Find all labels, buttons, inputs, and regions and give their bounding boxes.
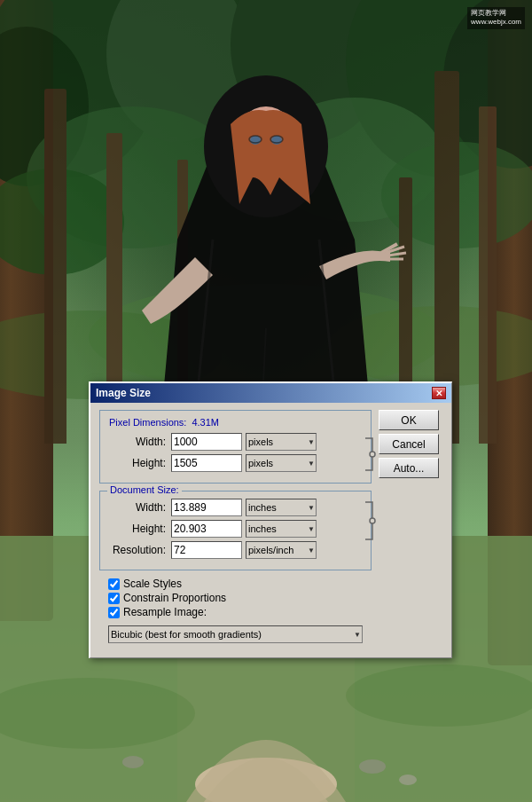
resample-row: Resample Image: — [108, 606, 363, 618]
svg-line-30 — [388, 253, 406, 256]
auto-button[interactable]: Auto... — [379, 458, 439, 478]
svg-point-23 — [359, 759, 386, 774]
doc-height-input[interactable] — [171, 520, 242, 538]
checkboxes-area: Scale Styles Constrain Proportions Resam… — [99, 578, 372, 618]
resolution-input[interactable] — [171, 541, 242, 559]
resample-label[interactable]: Resample Image: — [123, 606, 207, 618]
resample-select-wrapper: Nearest Neighbor Bilinear Bicubic (best … — [108, 625, 363, 643]
cancel-button[interactable]: Cancel — [379, 434, 439, 454]
resample-checkbox[interactable] — [108, 607, 120, 618]
dialog-title: Image Size — [96, 387, 151, 399]
doc-width-unit-select[interactable]: inches cm mm points picas percent — [246, 499, 317, 516]
doc-width-label: Width: — [109, 501, 171, 514]
close-button[interactable]: ✕ — [432, 387, 446, 399]
resolution-unit-wrapper: pixels/inch pixels/cm — [246, 541, 317, 559]
pixel-height-unit-wrapper: pixels percent — [246, 454, 317, 472]
scale-styles-row: Scale Styles — [108, 578, 363, 590]
constrain-proportions-checkbox[interactable] — [108, 593, 120, 604]
svg-point-25 — [122, 756, 144, 768]
pixel-width-label: Width: — [109, 436, 171, 448]
doc-link-bracket — [364, 500, 378, 541]
svg-point-37 — [370, 518, 375, 523]
pixel-height-input[interactable] — [171, 454, 242, 472]
dialog-right-panel: OK Cancel Auto... — [379, 410, 442, 650]
svg-point-24 — [399, 774, 417, 785]
svg-point-36 — [370, 452, 375, 457]
pixel-height-row: Height: pixels percent — [109, 454, 362, 472]
pixel-dims-label: Pixel Dimensions: — [109, 417, 186, 428]
svg-rect-16 — [479, 106, 497, 444]
scale-styles-label[interactable]: Scale Styles — [123, 578, 182, 590]
document-size-section: Document Size: Width: inches cm mm point… — [99, 491, 372, 570]
scale-styles-checkbox[interactable] — [108, 578, 120, 590]
svg-rect-13 — [44, 89, 66, 444]
pixel-width-input[interactable] — [171, 433, 242, 451]
doc-height-unit-wrapper: inches cm mm points picas percent — [246, 520, 317, 538]
pixel-dims-header: Pixel Dimensions: 4.31M — [109, 417, 219, 428]
dialog-body: Pixel Dimensions: 4.31M Width: pixels pe… — [90, 403, 451, 657]
doc-width-input[interactable] — [171, 499, 242, 516]
pixel-width-row: Width: pixels percent — [109, 433, 362, 451]
document-size-label: Document Size: — [107, 484, 182, 495]
pixel-height-unit-select[interactable]: pixels percent — [246, 454, 317, 472]
resample-method-select[interactable]: Nearest Neighbor Bilinear Bicubic (best … — [108, 625, 363, 643]
doc-height-unit-select[interactable]: inches cm mm points picas percent — [246, 520, 317, 538]
pixel-height-label: Height: — [109, 457, 171, 469]
pixel-link-bracket — [364, 436, 378, 472]
dialog-titlebar: Image Size ✕ — [90, 383, 451, 403]
resolution-unit-select[interactable]: pixels/inch pixels/cm — [246, 541, 317, 559]
doc-height-label: Height: — [109, 523, 171, 535]
image-size-dialog: Image Size ✕ Pixel Dimensions: 4.31M Wid… — [89, 381, 452, 658]
doc-width-unit-wrapper: inches cm mm points picas percent — [246, 499, 317, 516]
resample-method-row: Nearest Neighbor Bilinear Bicubic (best … — [99, 625, 372, 650]
resolution-row: Resolution: pixels/inch pixels/cm — [109, 541, 362, 559]
pixel-dims-value: 4.31M — [192, 417, 219, 428]
resolution-label: Resolution: — [109, 544, 171, 556]
dialog-left-panel: Pixel Dimensions: 4.31M Width: pixels pe… — [99, 410, 372, 650]
constrain-proportions-row: Constrain Proportions — [108, 592, 363, 604]
doc-height-row: Height: inches cm mm points picas percen… — [109, 520, 362, 538]
constrain-proportions-label[interactable]: Constrain Proportions — [123, 592, 226, 604]
pixel-width-unit-wrapper: pixels percent — [246, 433, 317, 451]
doc-width-row: Width: inches cm mm points picas percent — [109, 499, 362, 516]
pixel-width-unit-select[interactable]: pixels percent — [246, 433, 317, 451]
watermark: 网页教学网 www.webjx.com — [467, 7, 525, 29]
pixel-dimensions-section: Pixel Dimensions: 4.31M Width: pixels pe… — [99, 410, 372, 484]
svg-point-22 — [346, 664, 532, 727]
ok-button[interactable]: OK — [379, 410, 439, 430]
